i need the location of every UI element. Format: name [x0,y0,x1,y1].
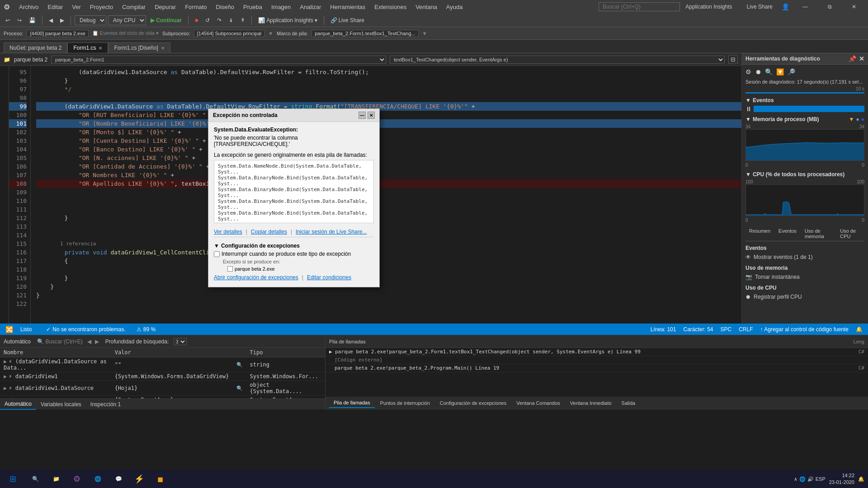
taskbar-clock[interactable]: 14:22 23-01-2020 [829,472,854,486]
tab-inspeccion[interactable]: Inspección 1 [86,399,125,409]
expand-icon-0[interactable]: ▶ [4,358,7,365]
taskbar-explorer[interactable]: 📁 [46,470,66,488]
tab-puntos-interrupcion[interactable]: Puntos de interrupción [376,399,434,408]
menu-ayuda[interactable]: Ayuda [443,2,467,12]
events-dropdown[interactable]: 📋 Eventos del ciclo de vida ▾ [92,30,159,36]
exc-minimize-btn[interactable]: — [359,112,366,119]
menu-analizar[interactable]: Analizar [296,2,325,12]
diag-zoom-icon[interactable]: 🔎 [788,68,795,75]
process-value[interactable]: [4400] parque beta 2.exe [27,30,88,37]
code-lines[interactable]: (dataGridView1.DataSource as DataTable).… [31,66,741,324]
events-section-title[interactable]: ▼ Eventos [745,97,864,103]
toolbar-step-out[interactable]: ↟ [238,16,248,24]
depth-select[interactable]: 3 [174,338,187,345]
package-checkbox[interactable] [227,266,233,272]
toolbar-restart[interactable]: ↺ [203,16,212,24]
callstack-row-1[interactable]: [Código externo] [326,356,868,364]
taskbar-whatsapp[interactable]: 💬 [108,470,128,488]
start-button[interactable]: ⊞ [4,470,22,488]
class-dropdown[interactable]: parque_beta_2.Form1 [51,56,386,64]
watch-row-0[interactable]: ▶⚡ (dataGridView1.DataSource as Data... … [0,357,325,372]
tab-ventana-inmediato[interactable]: Ventana Inmediato [566,399,616,408]
record-cpu-item[interactable]: ⏺ Registrar perfil CPU [745,293,864,301]
menu-archivo[interactable]: Archivo [15,2,42,12]
stack-value[interactable]: parque_beta_2.Form1.textBox1_TextChang..… [311,30,419,37]
tab-uso-memoria[interactable]: Uso de memoria [801,226,835,241]
exception-dialog[interactable]: Excepción no controlada — ✕ System.Data.… [208,108,380,287]
menu-ventana[interactable]: Ventana [412,2,441,12]
menu-prueba[interactable]: Prueba [240,2,266,12]
exception-stacktrace[interactable]: System.Data.NameNode.Bind(System.Data.Da… [214,160,374,223]
interrupt-checkbox-input[interactable] [214,251,220,257]
menu-proyecto[interactable]: Proyecto [86,2,117,12]
minimize-button[interactable]: — [795,0,816,14]
menu-depurar[interactable]: Depurar [151,2,179,12]
tab-config-excepciones[interactable]: Configuración de excepciones [435,399,511,408]
menu-extensiones[interactable]: Extensiones [371,2,410,12]
toolbar-step-into[interactable]: ↡ [226,16,236,24]
menu-imagen[interactable]: Imagen [268,2,294,12]
restore-button[interactable]: ⧉ [819,0,840,14]
memory-section-title[interactable]: ▼ Memoria de proceso (MB) ▼ ● ● [745,116,864,122]
expand-icon-1[interactable]: ▶ [4,373,7,380]
show-events-item[interactable]: 👁 Mostrar eventos (1 de 1) [745,253,864,261]
callstack-row-2[interactable]: parque beta 2.exe!parque_beta_2.Program.… [326,364,868,372]
close-button[interactable]: ✕ [844,0,864,14]
toolbar-undo[interactable]: ↩ [3,16,13,24]
close-diag-icon[interactable]: ✕ [859,55,864,62]
systray-arrow[interactable]: ∧ [794,476,797,482]
diag-settings-icon[interactable]: ⚙ [745,68,751,75]
watch-row-2[interactable]: ▶⚡ dataGridView1.DataSource {Hoja1} 🔍 ob… [0,381,325,396]
subprocess-value[interactable]: [14564] Subproceso principal [194,30,264,37]
watch-row-1[interactable]: ▶⚡ dataGridView1 {System.Windows.Forms.D… [0,372,325,381]
events-resumen-title[interactable]: Eventos [745,245,864,251]
tab-ventana-comandos[interactable]: Ventana Comandos [512,399,565,408]
tab-variables-locales[interactable]: Variables locales [36,399,86,409]
memory-resumen-title[interactable]: Uso de memoria [745,265,864,271]
nuget-tab[interactable]: NuGet: parque beta 2 [4,42,67,53]
live-share-btn[interactable]: Live Share [747,4,773,10]
menu-editar[interactable]: Editar [44,2,66,12]
back-btn[interactable]: ◀ [87,338,91,345]
events-pause-icon[interactable]: ⏸ [745,105,752,113]
forward-btn[interactable]: ▶ [95,338,99,345]
search-icon-0[interactable]: 🔍 [236,362,243,368]
notification-center-icon[interactable]: 🔔 [858,476,864,482]
tab-pila-llamadas[interactable]: Pila de llamadas [329,398,375,408]
toolbar-redo[interactable]: ↪ [14,16,24,24]
tab-eventos[interactable]: Eventos [775,226,800,241]
live-share-toolbar[interactable]: 🔗 Live Share [328,16,367,24]
tab-automatico[interactable]: Automático [0,399,36,410]
edit-conditions-link[interactable]: Editar condiciones [307,274,351,281]
view-details-link[interactable]: Ver detalles [214,229,242,235]
debug-config-dropdown[interactable]: Debug [75,15,106,25]
cpu-resumen-title[interactable]: Uso de CPU [745,285,864,291]
continue-button[interactable]: ▶ Continuar [148,16,184,24]
application-insights-btn[interactable]: Application Insights [685,4,732,10]
menu-herramientas[interactable]: Herramientas [326,2,369,12]
tab-uso-cpu[interactable]: Uso de CPU [836,226,864,241]
taskbar-chrome[interactable]: 🌐 [88,470,108,488]
diag-filter-icon[interactable]: 🔽 [776,68,784,75]
menu-diseno[interactable]: Diseño [212,2,238,12]
cpu-dropdown[interactable]: Any CPU [108,15,146,25]
form-designer-close-icon[interactable]: ✕ [161,46,165,51]
search-icon-2[interactable]: 🔍 [236,385,243,391]
notification-icon[interactable]: 🔔 [856,326,863,333]
split-editor-button[interactable]: ⊟ [728,55,738,64]
menu-ver[interactable]: Ver [68,2,85,12]
live-share-link[interactable]: Iniciar sesión de Live Share... [296,229,367,235]
menu-compilar[interactable]: Compilar [118,2,149,12]
account-icon[interactable]: 👤 [782,3,789,10]
source-control-btn[interactable]: ↑ Agregar al control de código fuente [760,326,849,333]
tab-salida[interactable]: Salida [617,399,640,408]
callstack-row-0[interactable]: ▶ parque beta 2.exe!parque_beta_2.Form1.… [326,348,868,356]
toolbar-forward[interactable]: ▶ [57,16,67,24]
application-insights-toolbar[interactable]: 📊 Application Insights ▾ [255,16,320,24]
global-search-input[interactable] [599,2,680,11]
toolbar-save[interactable]: 💾 [26,16,38,24]
open-config-link[interactable]: Abrir configuración de excepciones [214,274,298,281]
form-cs-tab[interactable]: Form1.cs ✕ [67,42,108,53]
form-designer-tab[interactable]: Form1.cs [Diseño] ✕ [108,42,170,53]
toolbar-back[interactable]: ◀ [46,16,56,24]
